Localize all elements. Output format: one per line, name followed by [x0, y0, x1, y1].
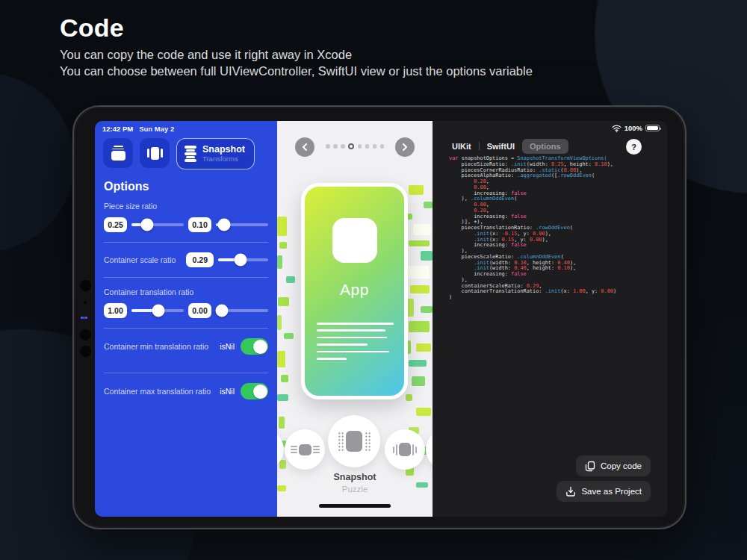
- code-token: ): [449, 294, 452, 300]
- slider-track[interactable]: [218, 258, 268, 261]
- copy-icon: [585, 461, 595, 472]
- ipad-mic-dot-1: [80, 329, 91, 340]
- code-token: ),: [570, 265, 576, 271]
- code-token: ([: [551, 172, 557, 178]
- pieces-style-button[interactable]: [103, 138, 133, 168]
- snapshot-button-title: Snapshot: [202, 144, 245, 155]
- container-icon: [147, 147, 163, 160]
- slider-thumb[interactable]: [217, 219, 230, 231]
- page-dot[interactable]: [326, 144, 330, 149]
- tab-swiftui[interactable]: SwiftUI: [480, 139, 522, 154]
- carousel-next-button[interactable]: [395, 137, 415, 157]
- code-listing: var snapshotOptions = SnapshotTransformV…: [449, 156, 661, 301]
- code-token: , y:: [586, 288, 601, 294]
- section-divider: [104, 242, 268, 243]
- puzzle-piece: [286, 276, 295, 283]
- help-button[interactable]: ?: [626, 139, 642, 155]
- smart-connector-pins: [81, 316, 87, 320]
- slider-row: 1.000.00: [104, 303, 268, 318]
- effect-wave-button[interactable]: [385, 429, 425, 470]
- puzzle-piece: [421, 306, 433, 313]
- page-header: Code You can copy the code and use it ri…: [60, 13, 533, 78]
- puzzle-piece: [406, 394, 412, 401]
- code-token: , height:: [527, 265, 558, 271]
- code-panel: UIKitSwiftUIOptions ? var snapshotOption…: [433, 121, 667, 517]
- control-label: Container max translation ratio: [104, 387, 220, 396]
- slider-value-field[interactable]: 0.25: [104, 217, 127, 232]
- snapshot-transforms-button[interactable]: Snapshot Transforms: [176, 138, 255, 169]
- slider-value-field[interactable]: 0.29: [186, 252, 214, 267]
- slider-track[interactable]: [131, 223, 184, 226]
- page-dot[interactable]: [358, 144, 362, 149]
- tab-uikit[interactable]: UIKit: [444, 139, 479, 154]
- effect-circle-offright[interactable]: [426, 429, 433, 470]
- puzzle-piece: [424, 202, 433, 208]
- isnil-label: isNil: [220, 387, 235, 396]
- slider-row: 0.250.10: [104, 217, 268, 232]
- battery-icon: [645, 125, 660, 131]
- placeholder-line: [317, 343, 368, 346]
- options-controls: Piece size ratio0.250.10Container scale …: [104, 202, 268, 401]
- ipad-device: 12:42 PM Sun May 2 100%: [72, 105, 686, 529]
- puzzle-piece: [412, 376, 425, 386]
- slider-thumb[interactable]: [152, 305, 165, 317]
- code-line: increasing: false: [449, 272, 661, 278]
- slider-value-field[interactable]: 0.10: [188, 217, 211, 232]
- code-token: 0.00: [530, 237, 542, 243]
- tab-options[interactable]: Options: [522, 139, 568, 154]
- options-panel: Snapshot Transforms Options Piece size r…: [95, 121, 277, 517]
- puzzle-piece: [416, 343, 431, 352]
- code-line: increasing: false: [449, 243, 661, 249]
- slider-thumb[interactable]: [216, 305, 229, 317]
- slider-track[interactable]: [216, 223, 268, 226]
- page-dot[interactable]: [333, 144, 338, 149]
- app-text-placeholder-lines: [317, 323, 394, 364]
- save-as-project-button[interactable]: Save as Project: [557, 481, 651, 502]
- page-subtitle-2: You can choose between full UIViewContro…: [60, 64, 533, 78]
- page-dot[interactable]: [365, 144, 370, 149]
- toggle-switch[interactable]: [241, 338, 268, 355]
- code-token: false: [511, 242, 527, 248]
- code-token: 0.10: [595, 161, 607, 167]
- code-token: 0.00: [601, 288, 613, 294]
- code-token: .rowOddEven: [557, 172, 592, 178]
- puzzle-piece: [416, 408, 431, 416]
- toggle-switch[interactable]: [241, 383, 268, 399]
- puzzle-piece: [277, 315, 282, 330]
- slider-track[interactable]: [216, 309, 268, 312]
- placeholder-line: [317, 337, 387, 339]
- code-token: (: [570, 225, 573, 231]
- code-token: ),: [542, 237, 548, 243]
- code-token: ),: [607, 161, 613, 167]
- page-dot[interactable]: [348, 143, 354, 149]
- effect-lines-button[interactable]: [285, 429, 325, 470]
- home-indicator[interactable]: [319, 504, 391, 508]
- toggle-knob: [253, 385, 267, 399]
- toggle-row: Container min translation ratioisNil: [104, 338, 268, 355]
- puzzle-piece: [277, 394, 288, 401]
- effect-snapshot-puzzle-button[interactable]: [328, 415, 380, 467]
- ipad-sensor-dot: [84, 301, 87, 304]
- puzzle-piece: [277, 217, 287, 236]
- code-token: (: [592, 172, 595, 178]
- slider-value-field[interactable]: 0.00: [188, 303, 211, 318]
- code-token: .init: [545, 288, 561, 294]
- code-token: .aggregated: [517, 172, 551, 178]
- section-divider: [104, 328, 268, 329]
- ipad-mic-dot-2: [80, 346, 91, 357]
- app-screen: 12:42 PM Sun May 2 100%: [95, 121, 667, 517]
- slider-value-field[interactable]: 1.00: [104, 303, 127, 318]
- code-line: ): [449, 295, 661, 301]
- puzzle-piece: [279, 242, 287, 249]
- slider-track[interactable]: [131, 309, 184, 312]
- container-style-button[interactable]: [140, 138, 170, 168]
- copy-code-button[interactable]: Copy code: [576, 455, 651, 476]
- chevron-right-icon: [401, 143, 409, 152]
- page-dot[interactable]: [380, 144, 385, 149]
- page-dot[interactable]: [373, 144, 377, 149]
- slider-thumb[interactable]: [235, 254, 247, 267]
- puzzle-piece: [277, 351, 285, 367]
- toggle-row: Container max translation ratioisNil: [104, 383, 268, 399]
- page-dot[interactable]: [341, 144, 345, 149]
- slider-thumb[interactable]: [141, 219, 154, 231]
